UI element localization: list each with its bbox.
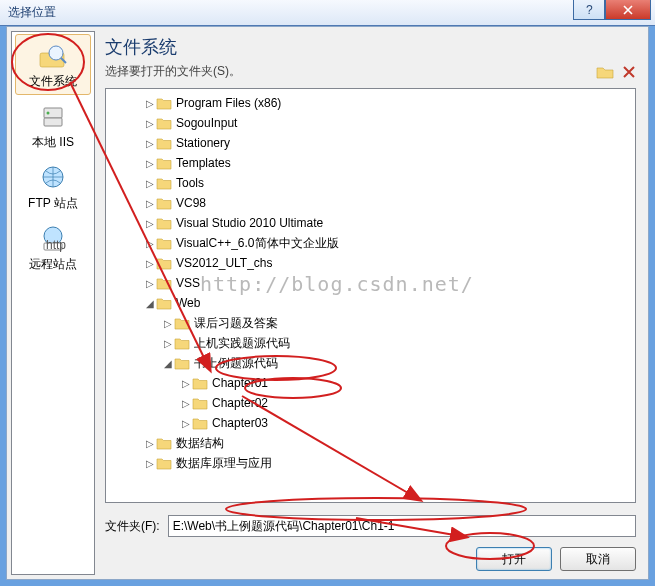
- server-icon: [36, 102, 70, 132]
- tree-node-label: Templates: [176, 156, 231, 170]
- tree-node[interactable]: ▷数据结构: [108, 433, 633, 453]
- tree-node[interactable]: ◢书上例题源代码: [108, 353, 633, 373]
- expander-icon[interactable]: ▷: [144, 258, 156, 269]
- tree-node[interactable]: ◢Web: [108, 293, 633, 313]
- expander-icon[interactable]: ◢: [162, 358, 174, 369]
- delete-icon[interactable]: [622, 65, 636, 79]
- tree-node-label: 数据结构: [176, 435, 224, 452]
- sidebar: 文件系统 本地 IIS FTP 站点 http 远程站点: [11, 31, 95, 575]
- tree-node-label: Tools: [176, 176, 204, 190]
- window-title: 选择位置: [8, 4, 56, 21]
- tree-node-label: Visual Studio 2010 Ultimate: [176, 216, 323, 230]
- tree-node[interactable]: ▷Chapter03: [108, 413, 633, 433]
- sidebar-item-label: FTP 站点: [28, 195, 78, 212]
- open-button[interactable]: 打开: [476, 547, 552, 571]
- expander-icon[interactable]: ▷: [180, 418, 192, 429]
- main-panel: 文件系统 选择要打开的文件夹(S)。 ▷Program Files (x86)▷…: [99, 27, 648, 579]
- expander-icon[interactable]: ▷: [144, 178, 156, 189]
- window-buttons: ?: [573, 0, 651, 20]
- tree-node[interactable]: ▷课后习题及答案: [108, 313, 633, 333]
- tree-node-label: Program Files (x86): [176, 96, 281, 110]
- tree-node-label: VSS: [176, 276, 200, 290]
- sidebar-item-remote[interactable]: http 远程站点: [15, 217, 91, 278]
- expander-icon[interactable]: ▷: [180, 378, 192, 389]
- globe-folder-icon: [36, 163, 70, 193]
- sidebar-item-label: 文件系统: [29, 73, 77, 90]
- tree-node[interactable]: ▷Chapter01: [108, 373, 633, 393]
- expander-icon[interactable]: ▷: [180, 398, 192, 409]
- magnifier-folder-icon: [36, 41, 70, 71]
- expander-icon[interactable]: ▷: [144, 98, 156, 109]
- tree-node-label: Chapter03: [212, 416, 268, 430]
- tree-node[interactable]: ▷VS2012_ULT_chs: [108, 253, 633, 273]
- path-input[interactable]: [168, 515, 636, 537]
- svg-text:http: http: [46, 238, 66, 252]
- folder-tree[interactable]: ▷Program Files (x86)▷SogouInput▷Statione…: [105, 88, 636, 503]
- tree-node-label: SogouInput: [176, 116, 237, 130]
- title-bar: 选择位置: [0, 0, 655, 26]
- expander-icon[interactable]: ▷: [144, 458, 156, 469]
- tree-node[interactable]: ▷Program Files (x86): [108, 93, 633, 113]
- expander-icon[interactable]: ▷: [144, 158, 156, 169]
- page-title: 文件系统: [105, 35, 636, 59]
- tree-node-label: VC98: [176, 196, 206, 210]
- tree-node-label: Web: [176, 296, 200, 310]
- help-button[interactable]: ?: [573, 0, 605, 20]
- tree-node-label: 书上例题源代码: [194, 355, 278, 372]
- expander-icon[interactable]: ▷: [144, 138, 156, 149]
- tree-node[interactable]: ▷VisualC++_6.0简体中文企业版: [108, 233, 633, 253]
- svg-point-2: [49, 46, 63, 60]
- tree-node-label: Chapter02: [212, 396, 268, 410]
- expander-icon[interactable]: ▷: [144, 218, 156, 229]
- open-folder-icon[interactable]: [596, 64, 614, 80]
- tree-node[interactable]: ▷Visual Studio 2010 Ultimate: [108, 213, 633, 233]
- tree-node-label: 课后习题及答案: [194, 315, 278, 332]
- expander-icon[interactable]: ▷: [162, 338, 174, 349]
- tree-node[interactable]: ▷VSS: [108, 273, 633, 293]
- expander-icon[interactable]: ▷: [162, 318, 174, 329]
- expander-icon[interactable]: ▷: [144, 278, 156, 289]
- tree-node[interactable]: ▷Stationery: [108, 133, 633, 153]
- sidebar-item-ftp[interactable]: FTP 站点: [15, 156, 91, 217]
- close-button[interactable]: [605, 0, 651, 20]
- svg-text:?: ?: [586, 5, 593, 15]
- tree-node-label: Stationery: [176, 136, 230, 150]
- dialog-body: 文件系统 本地 IIS FTP 站点 http 远程站点 文件系统 选择要打开的…: [6, 26, 649, 580]
- expander-icon[interactable]: ▷: [144, 118, 156, 129]
- sidebar-item-label: 远程站点: [29, 256, 77, 273]
- cancel-button[interactable]: 取消: [560, 547, 636, 571]
- tree-node[interactable]: ▷Templates: [108, 153, 633, 173]
- tree-node[interactable]: ▷VC98: [108, 193, 633, 213]
- tree-node-label: VisualC++_6.0简体中文企业版: [176, 235, 339, 252]
- globe-http-icon: http: [36, 224, 70, 254]
- tree-node-label: 数据库原理与应用: [176, 455, 272, 472]
- tree-node-label: Chapter01: [212, 376, 268, 390]
- page-subtitle: 选择要打开的文件夹(S)。: [105, 63, 596, 80]
- sidebar-item-local-iis[interactable]: 本地 IIS: [15, 95, 91, 156]
- tree-node[interactable]: ▷Chapter02: [108, 393, 633, 413]
- tree-node[interactable]: ▷上机实践题源代码: [108, 333, 633, 353]
- tree-node-label: 上机实践题源代码: [194, 335, 290, 352]
- path-label: 文件夹(F):: [105, 518, 160, 535]
- expander-icon[interactable]: ▷: [144, 198, 156, 209]
- tree-node-label: VS2012_ULT_chs: [176, 256, 273, 270]
- tree-node[interactable]: ▷数据库原理与应用: [108, 453, 633, 473]
- tree-node[interactable]: ▷Tools: [108, 173, 633, 193]
- sidebar-item-label: 本地 IIS: [32, 134, 74, 151]
- expander-icon[interactable]: ◢: [144, 298, 156, 309]
- svg-rect-5: [44, 118, 62, 126]
- tree-node[interactable]: ▷SogouInput: [108, 113, 633, 133]
- sidebar-item-filesystem[interactable]: 文件系统: [15, 34, 91, 95]
- expander-icon[interactable]: ▷: [144, 438, 156, 449]
- svg-point-6: [47, 112, 50, 115]
- expander-icon[interactable]: ▷: [144, 238, 156, 249]
